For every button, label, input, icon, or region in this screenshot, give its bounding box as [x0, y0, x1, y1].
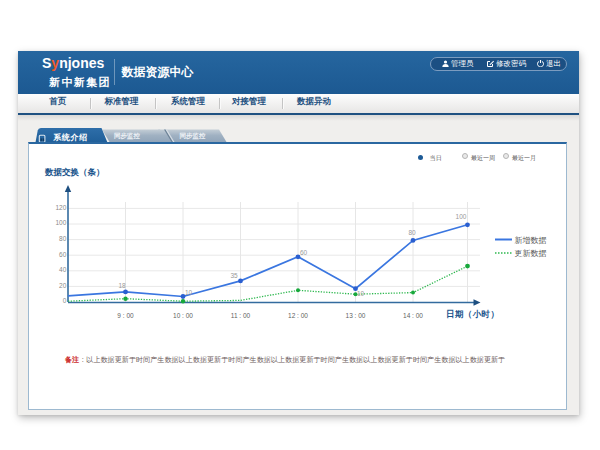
svg-text:120: 120 — [55, 204, 66, 211]
svg-text:12 : 00: 12 : 00 — [288, 312, 308, 319]
svg-text:60: 60 — [59, 251, 67, 258]
svg-text:40: 40 — [59, 266, 67, 273]
svg-text:13 : 00: 13 : 00 — [346, 312, 366, 319]
svg-text:18: 18 — [118, 282, 126, 289]
svg-text:20: 20 — [59, 282, 67, 289]
svg-text:14 : 00: 14 : 00 — [403, 312, 423, 319]
svg-text:100: 100 — [456, 213, 467, 220]
svg-text:80: 80 — [59, 235, 67, 242]
svg-text:10 : 00: 10 : 00 — [173, 312, 193, 319]
svg-text:60: 60 — [300, 249, 308, 256]
svg-text:9 : 00: 9 : 00 — [117, 312, 134, 319]
svg-text:80: 80 — [408, 229, 416, 236]
svg-text:35: 35 — [230, 272, 238, 279]
svg-text:100: 100 — [55, 219, 66, 226]
svg-text:10: 10 — [357, 290, 365, 297]
svg-text:11 : 00: 11 : 00 — [231, 312, 251, 319]
svg-text:0: 0 — [63, 297, 67, 304]
svg-text:10: 10 — [185, 289, 193, 296]
